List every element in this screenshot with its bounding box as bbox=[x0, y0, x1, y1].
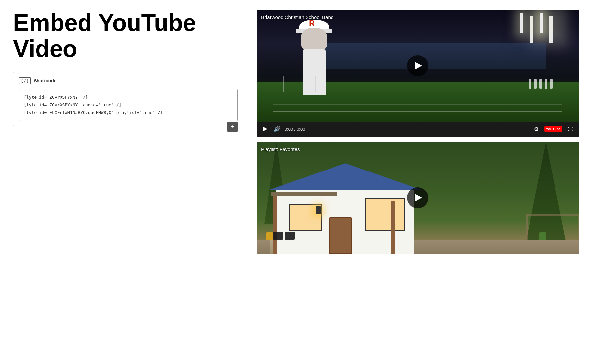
fence bbox=[283, 76, 316, 92]
shortcode-block: [/] Shortcode [lyte id='ZGvrXSPYxNY' /] … bbox=[13, 72, 243, 126]
house-door bbox=[329, 217, 352, 254]
fence-right bbox=[526, 214, 579, 240]
players-row bbox=[529, 79, 553, 89]
video2-title-label: Playlist: Favorites bbox=[261, 147, 300, 152]
field-light-1 bbox=[540, 13, 543, 33]
player-4 bbox=[545, 79, 547, 89]
video1-fullscreen-ctrl[interactable]: ⛶ bbox=[566, 125, 574, 133]
shortcode-line-1: [lyte id='ZGvrXSPYxNY' /] bbox=[24, 93, 233, 101]
left-panel: Embed YouTube Video [/] Shortcode [lyte … bbox=[13, 10, 243, 126]
video1-thumbnail[interactable]: R Briarwood Christian bbox=[257, 10, 579, 137]
page-layout: Embed YouTube Video [/] Shortcode [lyte … bbox=[0, 0, 592, 269]
porch-post-right bbox=[391, 201, 395, 254]
video1-time: 0:00 / 0:00 bbox=[285, 127, 305, 132]
flower-pot-1 bbox=[266, 232, 273, 240]
crowd-area bbox=[322, 43, 546, 69]
play-icon bbox=[263, 127, 267, 131]
player-1 bbox=[529, 79, 531, 89]
shortcode-line-3: [lyte id='FLXEn1xM1NJBYOvoucFHW8yQ' play… bbox=[24, 109, 233, 116]
player-5 bbox=[550, 79, 553, 89]
play-triangle-icon-2 bbox=[415, 194, 422, 202]
video1-controls: 🔊 0:00 / 0:00 ⚙ YouTube ⛶ bbox=[257, 122, 579, 137]
shortcode-label: Shortcode bbox=[34, 78, 56, 83]
video1-settings-ctrl[interactable]: ⚙ bbox=[532, 125, 540, 133]
video2-play-button[interactable] bbox=[407, 187, 428, 208]
play-triangle-icon bbox=[415, 62, 422, 70]
video2-section: Playlist: Favorites bbox=[257, 142, 579, 254]
video1-play-button[interactable] bbox=[407, 55, 428, 76]
shortcode-line-2: [lyte id='ZGvrXSPYxNY' audio='true' /] bbox=[24, 101, 233, 109]
youtube-badge: YouTube bbox=[544, 126, 562, 132]
football-scene: R Briarwood Christian bbox=[257, 10, 579, 122]
hat-letter: R bbox=[309, 19, 315, 28]
shortcode-icon: [/] bbox=[19, 77, 31, 84]
field-light-2 bbox=[520, 13, 523, 33]
video1-title-label: Briarwood Christian School Band bbox=[261, 14, 333, 20]
house-window-right bbox=[365, 198, 405, 231]
porch-light bbox=[316, 206, 321, 214]
porch-post-left bbox=[273, 194, 277, 254]
person-head bbox=[301, 28, 327, 51]
video1-volume-ctrl[interactable]: 🔊 bbox=[273, 125, 281, 133]
add-shortcode-button[interactable]: + bbox=[227, 122, 238, 132]
chair-1 bbox=[273, 232, 283, 240]
player-2 bbox=[534, 79, 537, 89]
right-panel: R Briarwood Christian bbox=[257, 10, 579, 259]
page-title: Embed YouTube Video bbox=[13, 10, 243, 62]
video1-section: R Briarwood Christian bbox=[257, 10, 579, 137]
video1-play-ctrl[interactable] bbox=[261, 125, 269, 133]
shortcode-header: [/] Shortcode bbox=[19, 77, 238, 84]
player-3 bbox=[539, 79, 542, 89]
house-structure bbox=[276, 168, 414, 254]
porch-chairs bbox=[273, 232, 295, 240]
house-roof bbox=[270, 163, 421, 190]
shortcode-content: [lyte id='ZGvrXSPYxNY' /] [lyte id='ZGvr… bbox=[19, 89, 238, 121]
field-lines bbox=[273, 111, 562, 112]
house-scene: Playlist: Favorites bbox=[257, 142, 579, 254]
video2-thumbnail[interactable]: Playlist: Favorites bbox=[257, 142, 579, 254]
chair-2 bbox=[285, 232, 295, 240]
porch-roof bbox=[271, 192, 337, 196]
